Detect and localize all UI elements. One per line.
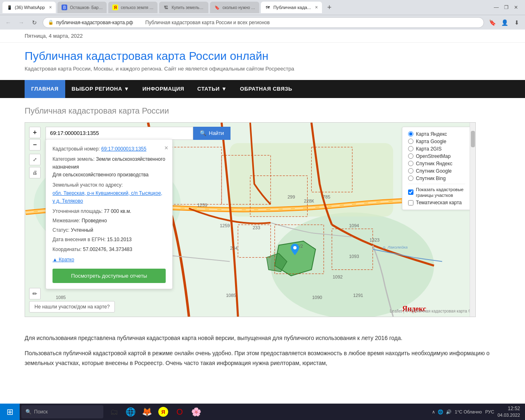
cadastral-borders-label: Показать кадастровые границы участков bbox=[416, 187, 465, 199]
bookmark-button[interactable]: 🔖 bbox=[487, 18, 497, 27]
tab-selhoz[interactable]: Я сельхоз земля в ку... bbox=[108, 2, 158, 13]
area-label: Уточненная площадь: bbox=[52, 208, 103, 214]
layer-2gis[interactable]: Карта 2GIS bbox=[408, 146, 465, 152]
pencil-icon: ✏ bbox=[32, 290, 37, 297]
map-pin bbox=[291, 244, 299, 256]
taskbar-app-opera[interactable]: O bbox=[172, 404, 187, 419]
layer-yandex-radio[interactable] bbox=[408, 131, 413, 137]
map-scrollbar[interactable] bbox=[470, 123, 475, 317]
taskbar-app-firefox[interactable]: 🦊 bbox=[139, 404, 154, 419]
taskbar-app-edge[interactable]: 🌐 bbox=[123, 404, 138, 419]
tab-label-selhoz: сельхоз земля в ку... bbox=[121, 5, 153, 10]
map-search-input[interactable]: 69:17:0000013:1355 bbox=[46, 127, 193, 140]
tab-close-whatsapp[interactable]: × bbox=[49, 5, 52, 10]
popup-close-button[interactable]: × bbox=[164, 143, 168, 153]
print-button[interactable]: 🖨 bbox=[29, 167, 41, 178]
layer-selector: Карта Яндекс Карта Google Карта 2GIS Ope… bbox=[402, 127, 471, 210]
map-container[interactable]: р. Лаколейка 236 1277 1259 1259 299 228К… bbox=[25, 122, 476, 317]
restore-button[interactable]: ❐ bbox=[503, 4, 509, 11]
tab-ost[interactable]: В Осташков- Барахо... bbox=[57, 2, 107, 13]
survey-label: Межевание: bbox=[52, 218, 80, 224]
new-tab-button[interactable]: + bbox=[324, 2, 335, 13]
minimize-button[interactable]: — bbox=[493, 4, 500, 11]
no-find-notice[interactable]: Не нашли участок/дом на карте? bbox=[29, 301, 115, 313]
layer-yandex-map[interactable]: Карта Яндекс bbox=[408, 131, 465, 137]
expand-button[interactable]: ⤢ bbox=[29, 154, 41, 165]
layer-yandex-sat[interactable]: Спутник Яндекс bbox=[408, 161, 465, 167]
layer-thematic-map[interactable]: Тематическая карта bbox=[408, 200, 465, 205]
map-label-1259a: 1259 bbox=[197, 203, 207, 208]
window-controls: — ❐ ✕ bbox=[493, 4, 523, 11]
nav-feedback[interactable]: ОБРАТНАЯ СВЯЗЬ bbox=[233, 80, 299, 98]
refresh-button[interactable]: ↻ bbox=[30, 18, 39, 27]
forward-button[interactable]: → bbox=[16, 18, 26, 27]
layer-google-sat[interactable]: Спутник Google bbox=[408, 168, 465, 174]
yandex-browser-icon: Я bbox=[158, 407, 168, 417]
dropdown-arrow-articles: ▼ bbox=[221, 86, 227, 92]
zoom-in-button[interactable]: + bbox=[29, 127, 41, 138]
taskbar-app-yandex[interactable]: Я bbox=[156, 404, 171, 419]
close-button[interactable]: ✕ bbox=[513, 4, 519, 11]
address-box[interactable]: 🔒 публичная-кадастровая-карта.рф Публичн… bbox=[43, 17, 484, 28]
tab-whatsapp[interactable]: 📱 (36) WhatsApp × bbox=[2, 2, 56, 13]
layer-bing-sat[interactable]: Спутник Bing bbox=[408, 176, 465, 181]
map-label-1291: 1291 bbox=[353, 293, 363, 298]
cadastral-value-link[interactable]: 69:17:0000013:1355 bbox=[101, 146, 146, 152]
nav-info[interactable]: ИНФОРМАЦИЯ bbox=[136, 80, 191, 98]
back-button[interactable]: ← bbox=[3, 18, 13, 27]
lock-icon: 🔒 bbox=[48, 20, 54, 25]
start-button[interactable]: ⊞ bbox=[0, 404, 20, 420]
tab-skolko[interactable]: 🔖 сколько нужно ши... bbox=[210, 2, 259, 13]
draw-tool-button[interactable]: ✏ bbox=[29, 288, 41, 299]
layer-osm-radio[interactable] bbox=[408, 153, 413, 159]
taskbar-search[interactable]: 🔍 Поиск bbox=[21, 405, 103, 418]
nav-articles[interactable]: СТАТЬИ ▼ bbox=[191, 80, 233, 98]
firefox-icon: 🦊 bbox=[142, 407, 152, 417]
scroll-thumb[interactable] bbox=[471, 131, 475, 147]
layer-cadastral-borders[interactable]: Показать кадастровые границы участков bbox=[408, 187, 465, 199]
download-button[interactable]: ⬇ bbox=[512, 18, 522, 27]
tab-kupit[interactable]: 🏗 Купить земельный bbox=[159, 2, 208, 13]
tab-label-kadastr: Публичная када... bbox=[273, 5, 311, 10]
nav-region[interactable]: ВЫБОР РЕГИОНА ▼ bbox=[65, 80, 136, 98]
page-date: Пятница, 4 марта, 2022 bbox=[25, 33, 83, 39]
layer-google-sat-radio[interactable] bbox=[408, 168, 413, 173]
thematic-map-checkbox[interactable] bbox=[408, 200, 413, 205]
layer-2gis-radio[interactable] bbox=[408, 146, 413, 151]
map-search-button[interactable]: 🔍 Найти bbox=[193, 127, 231, 140]
map-section: Публичная кадастровая карта России bbox=[0, 98, 525, 325]
map-label-1093: 1093 bbox=[349, 254, 359, 259]
zoom-out-button[interactable]: − bbox=[29, 139, 41, 151]
svg-point-15 bbox=[293, 246, 297, 249]
taskbar: ⊞ 🔍 Поиск 🗂 🌐 🦊 Я O 🌸 ∧ 🌐 🔊 1°С Облачн bbox=[0, 404, 525, 420]
dropdown-arrow-region: ▼ bbox=[124, 86, 129, 92]
map-label-1323: 1323 bbox=[370, 237, 379, 242]
survey-value: Проведено bbox=[82, 218, 107, 224]
taskbar-search-label: Поиск bbox=[34, 409, 48, 415]
collapse-link[interactable]: ▲ Кратко bbox=[52, 257, 74, 262]
layer-osm[interactable]: OpenStreetMap bbox=[408, 153, 465, 159]
layer-yandex-sat-radio[interactable] bbox=[408, 161, 413, 166]
status-value: Учтенный bbox=[71, 227, 94, 233]
tab-label-skolko: сколько нужно ши... bbox=[222, 5, 255, 10]
files-icon: 🗂 bbox=[110, 407, 118, 417]
navigation-bar: ГЛАВНАЯ ВЫБОР РЕГИОНА ▼ ИНФОРМАЦИЯ СТАТЬ… bbox=[0, 80, 525, 98]
taskbar-app-extra[interactable]: 🌸 bbox=[189, 404, 203, 419]
layer-bing-sat-radio[interactable] bbox=[408, 176, 413, 181]
cadastral-borders-checkbox[interactable] bbox=[408, 189, 413, 195]
tab-close-kadastr[interactable]: × bbox=[315, 5, 318, 10]
date-bar: Пятница, 4 марта, 2022 bbox=[0, 30, 525, 43]
report-button[interactable]: Посмотреть доступные отчеты bbox=[52, 269, 166, 283]
layer-google-map[interactable]: Карта Google bbox=[408, 139, 465, 144]
tab-label-kupit: Купить земельный bbox=[171, 5, 204, 10]
nav-glavnaya[interactable]: ГЛАВНАЯ bbox=[25, 80, 65, 98]
browser-tabs: 📱 (36) WhatsApp × В Осташков- Барахо... … bbox=[0, 0, 525, 15]
address-link[interactable]: обл. Тверская, р-н Кувшиновский, с/п Тыс… bbox=[52, 190, 162, 204]
site-title[interactable]: Публичная кадастровая карта России онлай… bbox=[25, 50, 269, 62]
taskbar-app-files[interactable]: 🗂 bbox=[107, 404, 121, 419]
up-arrow-icon[interactable]: ∧ bbox=[432, 409, 435, 415]
map-label-1092: 1092 bbox=[333, 274, 342, 279]
tab-kadastr[interactable]: 🗺 Публичная када... × bbox=[261, 2, 322, 13]
layer-google-radio[interactable] bbox=[408, 139, 413, 144]
profile-button[interactable]: 👤 bbox=[500, 18, 509, 27]
